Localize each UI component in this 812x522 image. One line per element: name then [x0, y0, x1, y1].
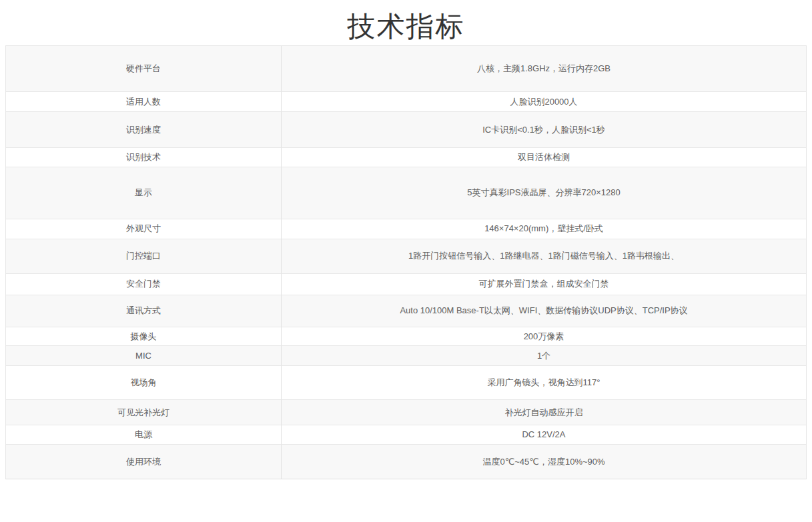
table-row: 识别技术双目活体检测	[6, 147, 806, 167]
spec-value-cell: 200万像素	[282, 327, 806, 346]
spec-value-cell: 1个	[282, 346, 806, 365]
spec-label-cell: 摄像头	[6, 327, 282, 346]
spec-value-cell: DC 12V/2A	[282, 425, 806, 444]
spec-label-cell: 硬件平台	[6, 46, 282, 91]
spec-value-cell: 5英寸真彩IPS液晶屏、分辨率720×1280	[282, 167, 806, 219]
spec-page: 技术指标 硬件平台八核，主频1.8GHz，运行内存2GB适用人数人脸识别2000…	[0, 0, 812, 522]
spec-value-cell: 温度0℃~45℃，湿度10%~90%	[282, 445, 806, 479]
spec-label-cell: 视场角	[6, 366, 282, 399]
table-row: 门控端口1路开门按钮信号输入、1路继电器、1路门磁信号输入、1路韦根输出、	[6, 239, 806, 273]
spec-value-cell: 人脸识别20000人	[282, 92, 806, 111]
table-row: 使用环境温度0℃~45℃，湿度10%~90%	[6, 444, 806, 479]
spec-label-cell: MIC	[6, 346, 282, 365]
spec-label-cell: 适用人数	[6, 92, 282, 111]
table-row: 可见光补光灯补光灯自动感应开启	[6, 399, 806, 425]
table-row: 适用人数人脸识别20000人	[6, 91, 806, 111]
spec-value-cell: 八核，主频1.8GHz，运行内存2GB	[282, 46, 806, 91]
spec-label-cell: 可见光补光灯	[6, 400, 282, 425]
spec-label-cell: 显示	[6, 167, 282, 219]
table-row: 通讯方式Auto 10/100M Base-T以太网、WIFI、数据传输协议UD…	[6, 295, 806, 327]
spec-value-cell: Auto 10/100M Base-T以太网、WIFI、数据传输协议UDP协议、…	[282, 295, 806, 327]
spec-value-cell: 146×74×20(mm)，壁挂式/卧式	[282, 219, 806, 239]
table-row: 识别速度IC卡识别<0.1秒，人脸识别<1秒	[6, 111, 806, 147]
spec-value-cell: IC卡识别<0.1秒，人脸识别<1秒	[282, 112, 806, 147]
spec-label-cell: 识别速度	[6, 112, 282, 147]
spec-label-cell: 门控端口	[6, 239, 282, 273]
table-row: 硬件平台八核，主频1.8GHz，运行内存2GB	[6, 46, 806, 91]
table-row: 电源DC 12V/2A	[6, 425, 806, 444]
spec-value-cell: 可扩展外置门禁盒，组成安全门禁	[282, 274, 806, 295]
spec-label-cell: 电源	[6, 425, 282, 444]
spec-label-cell: 识别技术	[6, 148, 282, 167]
table-row: 外观尺寸146×74×20(mm)，壁挂式/卧式	[6, 219, 806, 239]
spec-value-cell: 补光灯自动感应开启	[282, 400, 806, 425]
specs-table: 硬件平台八核，主频1.8GHz，运行内存2GB适用人数人脸识别20000人识别速…	[5, 45, 807, 479]
table-row: 摄像头200万像素	[6, 327, 806, 346]
page-title: 技术指标	[0, 0, 812, 45]
table-row: 视场角采用广角镜头，视角达到117°	[6, 365, 806, 399]
spec-label-cell: 安全门禁	[6, 274, 282, 295]
spec-value-cell: 双目活体检测	[282, 148, 806, 167]
spec-label-cell: 使用环境	[6, 445, 282, 479]
table-row: 安全门禁可扩展外置门禁盒，组成安全门禁	[6, 273, 806, 295]
table-row: MIC1个	[6, 345, 806, 365]
spec-value-cell: 采用广角镜头，视角达到117°	[282, 366, 806, 399]
spec-label-cell: 通讯方式	[6, 295, 282, 327]
table-row: 显示5英寸真彩IPS液晶屏、分辨率720×1280	[6, 167, 806, 219]
spec-value-cell: 1路开门按钮信号输入、1路继电器、1路门磁信号输入、1路韦根输出、	[282, 239, 806, 273]
spec-label-cell: 外观尺寸	[6, 219, 282, 239]
